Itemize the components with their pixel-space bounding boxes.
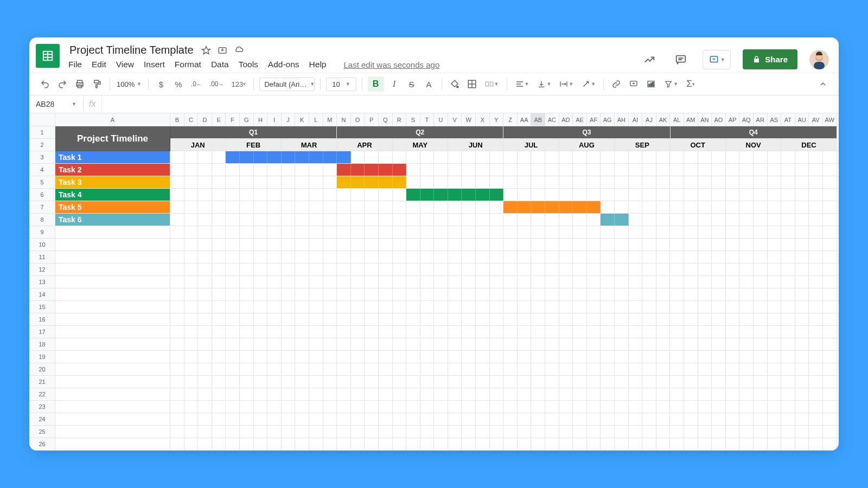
cell[interactable]: [795, 251, 809, 263]
cell[interactable]: [573, 376, 587, 388]
cell[interactable]: [170, 176, 184, 188]
cell[interactable]: [559, 426, 573, 438]
cell[interactable]: [295, 288, 309, 300]
cell[interactable]: [490, 239, 504, 251]
cell[interactable]: [240, 226, 254, 238]
row-header[interactable]: 10: [29, 239, 55, 251]
cell[interactable]: [198, 388, 212, 400]
cell[interactable]: [712, 288, 726, 300]
cell[interactable]: [754, 301, 768, 313]
cell[interactable]: [254, 288, 268, 300]
currency-icon[interactable]: $: [154, 76, 168, 92]
cell[interactable]: [559, 326, 573, 338]
cell[interactable]: [254, 251, 268, 263]
cell[interactable]: [393, 376, 407, 388]
cell[interactable]: [406, 363, 420, 375]
cell[interactable]: [739, 151, 754, 163]
cell[interactable]: [393, 164, 407, 176]
cell[interactable]: [448, 301, 462, 313]
cell[interactable]: [726, 351, 740, 363]
cell[interactable]: [254, 363, 268, 375]
cell[interactable]: [601, 164, 615, 176]
cell[interactable]: [337, 413, 351, 425]
col-header[interactable]: B: [170, 113, 184, 126]
cell[interactable]: [448, 376, 462, 388]
cell[interactable]: [198, 214, 212, 226]
cell[interactable]: [170, 264, 184, 275]
cell[interactable]: [545, 363, 559, 375]
cell[interactable]: [823, 189, 837, 201]
cell[interactable]: [823, 251, 837, 263]
cell[interactable]: [573, 276, 587, 288]
cell[interactable]: [545, 151, 559, 163]
cell[interactable]: [448, 201, 462, 213]
cell[interactable]: [503, 214, 518, 226]
cell[interactable]: [615, 326, 629, 338]
cell[interactable]: [518, 363, 532, 375]
cell[interactable]: [323, 363, 337, 375]
cell[interactable]: [170, 313, 184, 325]
task-label[interactable]: Task 3: [55, 176, 170, 188]
cell[interactable]: [379, 251, 393, 263]
cell[interactable]: [503, 426, 518, 438]
cell[interactable]: [240, 426, 254, 438]
cell[interactable]: [295, 426, 309, 438]
cell[interactable]: [698, 326, 712, 338]
cell[interactable]: [379, 363, 393, 375]
cell[interactable]: [295, 413, 309, 425]
quarter-header[interactable]: Q2: [337, 126, 503, 138]
cell[interactable]: [462, 276, 476, 288]
cell[interactable]: [198, 301, 212, 313]
cell[interactable]: [698, 226, 712, 238]
cell[interactable]: [712, 301, 726, 313]
cell[interactable]: [795, 264, 809, 275]
cell[interactable]: [503, 388, 518, 400]
cell[interactable]: [587, 151, 601, 163]
cell[interactable]: [684, 288, 698, 300]
cell[interactable]: [476, 239, 490, 251]
cell[interactable]: [781, 363, 795, 375]
cell[interactable]: [559, 351, 573, 363]
cell[interactable]: [739, 363, 754, 375]
cell[interactable]: [615, 264, 629, 275]
cell[interactable]: [726, 401, 740, 413]
cell[interactable]: [615, 201, 629, 213]
cell[interactable]: [490, 338, 504, 350]
cell[interactable]: [642, 301, 656, 313]
cell[interactable]: [656, 301, 671, 313]
cell[interactable]: [393, 151, 407, 163]
cell[interactable]: [559, 288, 573, 300]
cell[interactable]: [531, 351, 545, 363]
cell[interactable]: [462, 401, 476, 413]
cell[interactable]: [559, 164, 573, 176]
cell[interactable]: [754, 189, 768, 201]
sheets-logo-icon[interactable]: [36, 44, 60, 68]
cell[interactable]: [490, 351, 504, 363]
cell[interactable]: [670, 151, 684, 163]
cell[interactable]: [726, 276, 740, 288]
cell[interactable]: [379, 214, 393, 226]
cell[interactable]: [240, 301, 254, 313]
cell[interactable]: [629, 301, 643, 313]
cell[interactable]: [226, 426, 240, 438]
cell[interactable]: [726, 226, 740, 238]
cell[interactable]: [309, 301, 323, 313]
col-header[interactable]: I: [267, 113, 282, 126]
cell[interactable]: [656, 338, 671, 350]
cell[interactable]: [642, 164, 656, 176]
cell[interactable]: [629, 376, 643, 388]
cell[interactable]: [503, 226, 518, 238]
cell[interactable]: [739, 401, 754, 413]
cell[interactable]: [462, 376, 476, 388]
cell[interactable]: [379, 239, 393, 251]
increase-decimal-icon[interactable]: .00→: [207, 76, 226, 92]
cell[interactable]: [55, 251, 170, 263]
cell[interactable]: [823, 438, 837, 450]
cell[interactable]: [226, 264, 240, 275]
cell[interactable]: [684, 401, 698, 413]
cell[interactable]: [490, 426, 504, 438]
cell[interactable]: [420, 239, 435, 251]
cell[interactable]: [267, 201, 282, 213]
cell[interactable]: [587, 438, 601, 450]
cell[interactable]: [490, 251, 504, 263]
